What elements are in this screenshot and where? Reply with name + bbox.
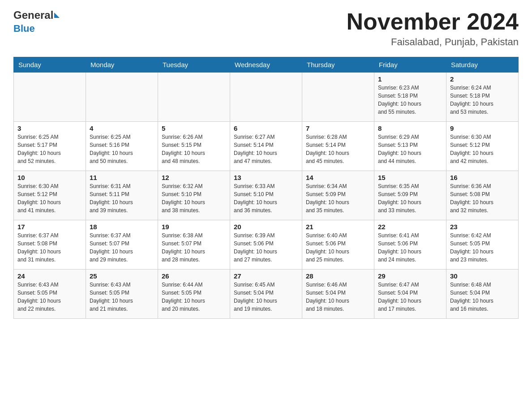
day-info: Sunrise: 6:31 AM Sunset: 5:11 PM Dayligh… [90,182,154,214]
day-info: Sunrise: 6:40 AM Sunset: 5:06 PM Dayligh… [306,231,370,264]
logo: General Blue [13,9,60,35]
calendar-cell [302,73,374,122]
day-info: Sunrise: 6:43 AM Sunset: 5:05 PM Dayligh… [90,281,154,313]
calendar-cell: 7Sunrise: 6:28 AM Sunset: 5:14 PM Daylig… [302,122,374,171]
calendar-cell: 15Sunrise: 6:35 AM Sunset: 5:09 PM Dayli… [374,171,446,220]
logo-blue: Blue [13,23,35,34]
calendar-cell: 9Sunrise: 6:30 AM Sunset: 5:12 PM Daylig… [446,122,519,171]
calendar-cell: 24Sunrise: 6:43 AM Sunset: 5:05 PM Dayli… [14,270,86,319]
day-number: 22 [378,223,442,231]
calendar-week-row: 24Sunrise: 6:43 AM Sunset: 5:05 PM Dayli… [14,270,519,319]
day-info: Sunrise: 6:37 AM Sunset: 5:07 PM Dayligh… [90,231,154,264]
logo-triangle-icon [54,13,60,18]
calendar-cell: 13Sunrise: 6:33 AM Sunset: 5:10 PM Dayli… [230,171,302,220]
day-info: Sunrise: 6:38 AM Sunset: 5:07 PM Dayligh… [162,231,226,264]
day-info: Sunrise: 6:43 AM Sunset: 5:05 PM Dayligh… [17,281,82,313]
day-info: Sunrise: 6:24 AM Sunset: 5:18 PM Dayligh… [450,84,515,116]
day-number: 19 [162,223,226,231]
day-number: 30 [450,272,515,280]
calendar-cell: 21Sunrise: 6:40 AM Sunset: 5:06 PM Dayli… [302,220,374,270]
day-info: Sunrise: 6:29 AM Sunset: 5:13 PM Dayligh… [378,133,442,165]
header-saturday: Saturday [446,57,519,73]
day-info: Sunrise: 6:30 AM Sunset: 5:12 PM Dayligh… [17,182,82,214]
day-info: Sunrise: 6:35 AM Sunset: 5:09 PM Dayligh… [378,182,442,214]
calendar-week-row: 3Sunrise: 6:25 AM Sunset: 5:17 PM Daylig… [14,122,519,171]
day-info: Sunrise: 6:48 AM Sunset: 5:04 PM Dayligh… [450,281,515,313]
calendar-cell: 23Sunrise: 6:42 AM Sunset: 5:05 PM Dayli… [446,220,519,270]
calendar-cell: 4Sunrise: 6:25 AM Sunset: 5:16 PM Daylig… [86,122,158,171]
day-number: 8 [378,124,442,132]
calendar-cell: 5Sunrise: 6:26 AM Sunset: 5:15 PM Daylig… [158,122,230,171]
calendar-cell: 12Sunrise: 6:32 AM Sunset: 5:10 PM Dayli… [158,171,230,220]
day-info: Sunrise: 6:34 AM Sunset: 5:09 PM Dayligh… [306,182,370,214]
day-number: 15 [378,174,442,181]
calendar-week-row: 17Sunrise: 6:37 AM Sunset: 5:08 PM Dayli… [14,220,519,270]
day-number: 25 [90,272,154,280]
day-number: 16 [450,174,515,181]
calendar-cell: 11Sunrise: 6:31 AM Sunset: 5:11 PM Dayli… [86,171,158,220]
day-info: Sunrise: 6:32 AM Sunset: 5:10 PM Dayligh… [162,182,226,214]
calendar-cell: 17Sunrise: 6:37 AM Sunset: 5:08 PM Dayli… [14,220,86,270]
day-number: 17 [17,223,82,231]
calendar-cell: 20Sunrise: 6:39 AM Sunset: 5:06 PM Dayli… [230,220,302,270]
header-thursday: Thursday [302,57,374,73]
day-info: Sunrise: 6:44 AM Sunset: 5:05 PM Dayligh… [162,281,226,313]
header-wednesday: Wednesday [230,57,302,73]
header-friday: Friday [374,57,446,73]
calendar-cell: 18Sunrise: 6:37 AM Sunset: 5:07 PM Dayli… [86,220,158,270]
calendar-header-row: Sunday Monday Tuesday Wednesday Thursday… [14,57,519,73]
header-sunday: Sunday [14,57,86,73]
header-monday: Monday [86,57,158,73]
day-info: Sunrise: 6:39 AM Sunset: 5:06 PM Dayligh… [234,231,298,264]
day-info: Sunrise: 6:37 AM Sunset: 5:08 PM Dayligh… [17,231,82,264]
day-number: 21 [306,223,370,231]
day-info: Sunrise: 6:47 AM Sunset: 5:04 PM Dayligh… [378,281,442,313]
calendar-cell: 14Sunrise: 6:34 AM Sunset: 5:09 PM Dayli… [302,171,374,220]
calendar-cell: 28Sunrise: 6:46 AM Sunset: 5:04 PM Dayli… [302,270,374,319]
title-section: November 2024 Faisalabad, Punjab, Pakist… [347,9,519,48]
calendar-cell: 30Sunrise: 6:48 AM Sunset: 5:04 PM Dayli… [446,270,519,319]
day-info: Sunrise: 6:41 AM Sunset: 5:06 PM Dayligh… [378,231,442,264]
day-info: Sunrise: 6:30 AM Sunset: 5:12 PM Dayligh… [450,133,515,165]
day-info: Sunrise: 6:25 AM Sunset: 5:16 PM Dayligh… [90,133,154,165]
day-number: 14 [306,174,370,181]
header-tuesday: Tuesday [158,57,230,73]
day-number: 27 [234,272,298,280]
day-info: Sunrise: 6:45 AM Sunset: 5:04 PM Dayligh… [234,281,298,313]
day-number: 23 [450,223,515,231]
day-number: 12 [162,174,226,181]
day-number: 10 [17,174,82,181]
page-header: General Blue November 2024 Faisalabad, P… [13,9,519,48]
calendar-cell: 10Sunrise: 6:30 AM Sunset: 5:12 PM Dayli… [14,171,86,220]
day-number: 26 [162,272,226,280]
calendar-cell: 16Sunrise: 6:36 AM Sunset: 5:08 PM Dayli… [446,171,519,220]
subtitle: Faisalabad, Punjab, Pakistan [347,36,519,48]
day-number: 28 [306,272,370,280]
main-title: November 2024 [347,9,519,34]
day-number: 13 [234,174,298,181]
day-number: 24 [17,272,82,280]
calendar-cell [14,73,86,122]
day-number: 11 [90,174,154,181]
calendar-cell: 1Sunrise: 6:23 AM Sunset: 5:18 PM Daylig… [374,73,446,122]
day-number: 29 [378,272,442,280]
calendar-cell [86,73,158,122]
day-number: 9 [450,124,515,132]
day-info: Sunrise: 6:23 AM Sunset: 5:18 PM Dayligh… [378,84,442,116]
logo-general: General [13,9,53,21]
day-info: Sunrise: 6:27 AM Sunset: 5:14 PM Dayligh… [234,133,298,165]
day-number: 1 [378,75,442,83]
calendar-cell: 8Sunrise: 6:29 AM Sunset: 5:13 PM Daylig… [374,122,446,171]
calendar-week-row: 10Sunrise: 6:30 AM Sunset: 5:12 PM Dayli… [14,171,519,220]
day-number: 3 [17,124,82,132]
day-number: 7 [306,124,370,132]
calendar-cell: 25Sunrise: 6:43 AM Sunset: 5:05 PM Dayli… [86,270,158,319]
day-number: 18 [90,223,154,231]
day-info: Sunrise: 6:33 AM Sunset: 5:10 PM Dayligh… [234,182,298,214]
day-info: Sunrise: 6:42 AM Sunset: 5:05 PM Dayligh… [450,231,515,264]
day-number: 20 [234,223,298,231]
calendar-table: Sunday Monday Tuesday Wednesday Thursday… [13,57,519,319]
day-info: Sunrise: 6:36 AM Sunset: 5:08 PM Dayligh… [450,182,515,214]
calendar-cell: 27Sunrise: 6:45 AM Sunset: 5:04 PM Dayli… [230,270,302,319]
calendar-cell: 29Sunrise: 6:47 AM Sunset: 5:04 PM Dayli… [374,270,446,319]
